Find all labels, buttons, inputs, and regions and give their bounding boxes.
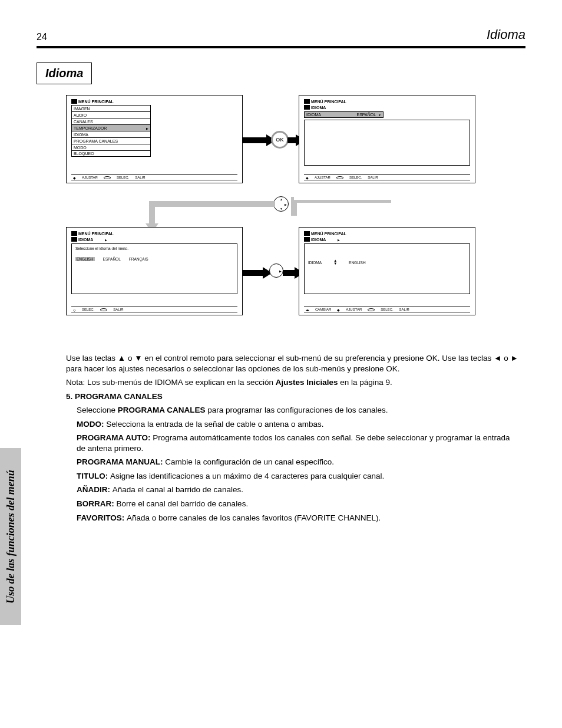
- footer-selec: SELEC.: [349, 176, 362, 179]
- section-title: Idioma: [487, 27, 525, 42]
- updown-icon: ▲▼: [333, 259, 337, 265]
- menu-item: CANALES: [71, 118, 151, 124]
- svg-marker-4: [243, 267, 272, 279]
- row-label: IDIOMA: [308, 261, 322, 265]
- menu-item: IDIOMA: [71, 131, 151, 137]
- language-option: FRANÇAIS: [129, 257, 148, 261]
- content-area: [304, 120, 470, 166]
- definition-item: TITULO: Asigne las identificaciones a un…: [77, 471, 520, 482]
- footer-cambiar: CAMBIAR: [315, 308, 331, 311]
- arrow-right-3: [243, 266, 272, 280]
- screen-title: MENÚ PRINCIPAL: [311, 232, 346, 236]
- header-rule: [37, 46, 525, 48]
- language-option: ESPAÑOL: [103, 257, 121, 261]
- flow-diagram: MENÚ PRINCIPAL IMAGENAUDIOCANALESTEMPORI…: [66, 89, 525, 348]
- screen-title: MENÚ PRINCIPAL: [78, 100, 114, 104]
- step-5-instruction: Seleccione PROGRAMA CANALES para program…: [77, 405, 520, 416]
- row-value: ENGLISH: [349, 261, 366, 265]
- screen-idioma-dropdown: MENÚ PRINCIPAL IDIOMA IDIOMA ESPAÑOL ◆AJ…: [299, 95, 475, 183]
- footer-selec: SELEC.: [117, 176, 129, 179]
- definition-item: BORRAR: Borre el canal del barrido de ca…: [77, 499, 520, 509]
- screen-subtitle: IDIOMA: [78, 238, 93, 242]
- intro-paragraph: Use las teclas ▲ o ▼ en el control remot…: [66, 353, 520, 374]
- nav-right-icon: ▶: [269, 263, 283, 278]
- footer-salir: SALIR: [368, 176, 378, 179]
- menu-item: BLOQUEO: [71, 150, 151, 157]
- footer-salir: SALIR: [113, 308, 123, 311]
- footer-selec: SELEC.: [82, 308, 94, 311]
- step-5-heading: 5. PROGRAMA CANALES: [66, 391, 520, 402]
- menu-item: AUDIO: [71, 111, 151, 118]
- note-paragraph: Nota: Los sub-menús de IDIOMA se explica…: [66, 377, 520, 388]
- page-number: 24: [37, 32, 47, 42]
- nav-pad-icon: ▲ ▼ ▶: [273, 196, 289, 212]
- body-text: Use las teclas ▲ o ▼ en el control remot…: [66, 353, 520, 523]
- screen-subtitle: IDIOMA: [311, 238, 326, 242]
- svg-marker-2: [291, 183, 391, 216]
- content-area: Seleccione el idioma del menú. ENGLISHES…: [71, 243, 237, 294]
- footer-ajustar: AJUSTAR: [346, 308, 362, 311]
- screen-main-menu: MENÚ PRINCIPAL IMAGENAUDIOCANALESTEMPORI…: [66, 95, 243, 183]
- dropdown-idioma: IDIOMA ESPAÑOL: [304, 111, 384, 118]
- language-option: ENGLISH: [75, 257, 95, 261]
- screen-language-select: MENÚ PRINCIPAL IDIOMA Seleccione el idio…: [66, 227, 243, 315]
- screen-title: MENÚ PRINCIPAL: [78, 232, 114, 236]
- definition-item: AÑADIR: Añada el canal al barrido de can…: [77, 485, 520, 495]
- footer-ajustar: AJUSTAR: [315, 176, 330, 179]
- menu-item: MODO: [71, 144, 151, 150]
- arrow-down-left: [291, 183, 391, 219]
- chapter-heading: Idioma: [37, 62, 92, 84]
- question-text: Seleccione el idioma del menú.: [75, 246, 128, 251]
- footer-salir: SALIR: [399, 308, 409, 311]
- definition-item: PROGRAMA MANUAL: Cambie la configuración…: [77, 457, 520, 467]
- screen-subtitle: IDIOMA: [311, 106, 326, 110]
- definition-item: MODO: Selecciona la entrada de la señal …: [77, 419, 520, 430]
- menu-item: TEMPORIZADOR: [71, 124, 151, 131]
- footer-salir: SALIR: [135, 176, 145, 179]
- side-tab: Uso de las funciones del menú: [0, 448, 21, 562]
- screen-title: MENÚ PRINCIPAL: [311, 100, 346, 104]
- ok-button-icon: OK: [271, 131, 289, 149]
- definition-item: FAVORITOS: Añada o borre canales de los …: [77, 513, 520, 523]
- definition-item: PROGRAMA AUTO: Programa automáticamente …: [77, 433, 520, 453]
- menu-item: PROGRAMA CANALES: [71, 137, 151, 144]
- footer-selec: SELEC.: [381, 308, 393, 311]
- screen-idioma-result: MENÚ PRINCIPAL IDIOMA IDIOMA ▲▼ ENGLISH …: [299, 227, 475, 315]
- content-area: IDIOMA ▲▼ ENGLISH: [304, 243, 470, 294]
- menu-item: IMAGEN: [71, 105, 151, 111]
- footer-ajustar: AJUSTAR: [82, 176, 98, 179]
